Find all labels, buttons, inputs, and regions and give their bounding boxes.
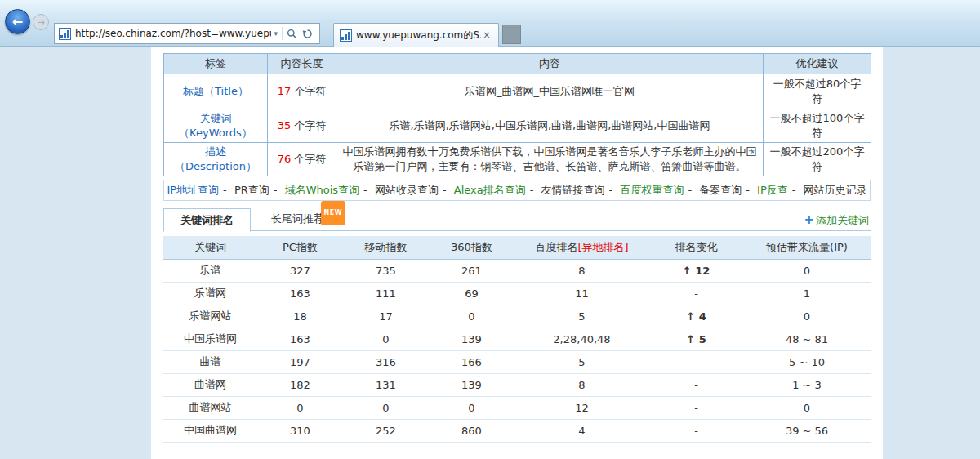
pc-index-cell[interactable]: 163 xyxy=(257,282,343,305)
baidu-rank-cell[interactable]: 8 xyxy=(514,373,649,396)
rank-change-cell: ↑ 5 xyxy=(649,328,743,350)
link-icp-record-query[interactable]: 备案查询 xyxy=(699,184,742,196)
keyword-cell: 乐谱网 xyxy=(163,282,257,305)
baidu-rank-cell[interactable]: 5 xyxy=(514,305,649,328)
360-index-cell[interactable]: 69 xyxy=(429,282,514,305)
360-index-cell[interactable]: 166 xyxy=(429,350,514,373)
plus-icon: + xyxy=(804,212,814,227)
link-pr-query[interactable]: PR查询 xyxy=(234,184,270,196)
pc-index-cell[interactable]: 18 xyxy=(257,305,343,328)
rank-row: 中国曲谱网 310 252 860 4 - 39 ~ 56 xyxy=(163,419,871,442)
link-reverse-ip[interactable]: IP反查 xyxy=(757,184,788,196)
pc-index-cell[interactable]: 0 xyxy=(257,396,343,419)
tab-keyword-rank[interactable]: 关键词排名 xyxy=(163,208,251,232)
rank-change-cell: - xyxy=(649,373,743,396)
keywords-length-cell: 35 个字符 xyxy=(268,109,336,143)
360-index-cell[interactable]: 860 xyxy=(429,419,514,442)
traffic-cell: 39 ~ 56 xyxy=(743,419,871,442)
traffic-cell: 0 xyxy=(743,396,871,419)
mobile-index-cell[interactable]: 111 xyxy=(343,282,429,305)
pc-index-cell[interactable]: 197 xyxy=(257,350,343,373)
360-index-cell[interactable]: 261 xyxy=(429,259,514,282)
link-friend-links-query[interactable]: 友情链接查询 xyxy=(541,184,605,196)
link-baidu-weight-query[interactable]: 百度权重查询 xyxy=(620,184,684,196)
col-header-rank-change: 排名变化 xyxy=(649,236,743,259)
browser-chrome: ← → http://seo.chinaz.com/?host=www.yuep… xyxy=(0,0,980,47)
mobile-index-cell[interactable]: 17 xyxy=(343,305,429,328)
forward-arrow-icon: → xyxy=(37,17,44,28)
new-badge: NEW xyxy=(321,201,345,225)
add-keyword-button[interactable]: +添加关键词 xyxy=(804,212,869,228)
col-header-content: 内容 xyxy=(336,54,764,74)
rank-row: 中国乐谱网 163 0 139 2,28,40,48 ↑ 5 48 ~ 81 xyxy=(163,328,871,350)
search-icon[interactable] xyxy=(284,29,300,39)
keyword-cell: 乐谱网站 xyxy=(163,305,257,328)
rank-row: 曲谱网站 0 0 0 12 - 0 xyxy=(163,396,871,419)
traffic-cell: 48 ~ 81 xyxy=(743,328,871,350)
link-separator: - xyxy=(530,184,534,196)
title-suggestion-cell: 一般不超过80个字符 xyxy=(764,74,871,109)
link-site-history[interactable]: 网站历史记录 xyxy=(804,184,867,196)
col-header-360-index: 360指数 xyxy=(429,236,514,259)
tab-longtail-label: 长尾词推荐 xyxy=(271,212,324,225)
mobile-index-cell[interactable]: 131 xyxy=(343,373,429,396)
keywords-label-link[interactable]: 关键词（KeyWords） xyxy=(164,109,268,143)
rank-row: 曲谱网 182 131 139 8 - 1 ~ 3 xyxy=(163,373,871,396)
tab-close-icon[interactable]: × xyxy=(481,29,492,41)
baidu-rank-cell[interactable]: 8 xyxy=(514,259,649,282)
tab-title: www.yuepuwang.com的S... xyxy=(356,29,481,42)
keyword-cell: 曲谱 xyxy=(163,350,257,373)
360-index-cell[interactable]: 0 xyxy=(429,396,514,419)
rank-row: 乐谱网站 18 17 0 5 ↑ 4 0 xyxy=(163,305,871,328)
rank-table-header-row: 关键词 PC指数 移动指数 360指数 百度排名[异地排名] 排名变化 预估带来… xyxy=(163,236,871,259)
link-alexa-rank-query[interactable]: Alexa排名查询 xyxy=(454,184,526,196)
forward-button[interactable]: → xyxy=(33,14,49,30)
pc-index-cell[interactable]: 163 xyxy=(257,328,343,350)
pc-index-cell[interactable]: 182 xyxy=(257,373,343,396)
tab-longtail-suggest[interactable]: 长尾词推荐NEW xyxy=(255,207,341,231)
col-header-mobile-index: 移动指数 xyxy=(343,236,429,259)
mobile-index-cell[interactable]: 0 xyxy=(343,396,429,419)
keyword-cell: 乐谱 xyxy=(163,259,257,282)
baidu-rank-cell[interactable]: 5 xyxy=(514,350,649,373)
address-bar[interactable]: http://seo.chinaz.com/?host=www.yuepuwan… xyxy=(54,23,320,44)
baidu-rank-cell[interactable]: 4 xyxy=(514,419,649,442)
url-text[interactable]: http://seo.chinaz.com/?host=www.yuepuwan xyxy=(75,28,271,39)
keywords-suggestion-cell: 一般不超过100个字符 xyxy=(764,109,871,143)
rank-change-cell: ↑ 4 xyxy=(649,305,743,328)
link-whois-query[interactable]: 域名Whois查询 xyxy=(285,184,359,196)
title-label-link[interactable]: 标题（Title） xyxy=(164,74,268,109)
keyword-tab-bar: 关键词排名 长尾词推荐NEW +添加关键词 xyxy=(163,207,871,231)
back-button[interactable]: ← xyxy=(5,9,30,34)
360-index-cell[interactable]: 139 xyxy=(429,373,514,396)
baidu-rank-cell[interactable]: 11 xyxy=(514,282,649,305)
baidu-rank-cell[interactable]: 2,28,40,48 xyxy=(514,328,649,350)
mobile-index-cell[interactable]: 316 xyxy=(343,350,429,373)
link-separator: - xyxy=(688,184,692,196)
page-content: 标签 内容长度 内容 优化建议 标题（Title） 17 个字符 乐谱网_曲谱网… xyxy=(151,47,883,459)
keyword-cell: 曲谱网站 xyxy=(163,396,257,419)
keyword-rank-table: 关键词 PC指数 移动指数 360指数 百度排名[异地排名] 排名变化 预估带来… xyxy=(163,236,871,443)
link-separator: - xyxy=(443,184,447,196)
browser-tab[interactable]: www.yuepuwang.com的S... × xyxy=(333,23,499,47)
refresh-icon[interactable] xyxy=(300,29,315,39)
link-site-index-query[interactable]: 网站收录查询 xyxy=(375,184,439,196)
description-label-link[interactable]: 描述（Description） xyxy=(164,143,268,176)
mobile-index-cell[interactable]: 735 xyxy=(343,259,429,282)
keyword-cell: 曲谱网 xyxy=(163,373,257,396)
chevron-down-icon[interactable]: ▾ xyxy=(271,29,280,38)
baidu-rank-cell[interactable]: 12 xyxy=(514,396,649,419)
360-index-cell[interactable]: 139 xyxy=(429,328,514,350)
pc-index-cell[interactable]: 310 xyxy=(257,419,343,442)
link-ip-lookup[interactable]: IP地址查询 xyxy=(167,184,219,196)
mobile-index-cell[interactable]: 0 xyxy=(343,328,429,350)
remote-rank-label: [异地排名] xyxy=(577,241,628,253)
pc-index-cell[interactable]: 327 xyxy=(257,259,343,282)
tool-links-bar: IP地址查询- PR查询- 域名Whois查询- 网站收录查询- Alexa排名… xyxy=(163,180,871,201)
link-separator: - xyxy=(609,184,613,196)
mobile-index-cell[interactable]: 252 xyxy=(343,419,429,442)
tab-favicon-icon xyxy=(340,29,352,42)
360-index-cell[interactable]: 0 xyxy=(429,305,514,328)
new-tab-button[interactable] xyxy=(502,25,521,44)
col-header-keyword: 关键词 xyxy=(163,236,257,259)
